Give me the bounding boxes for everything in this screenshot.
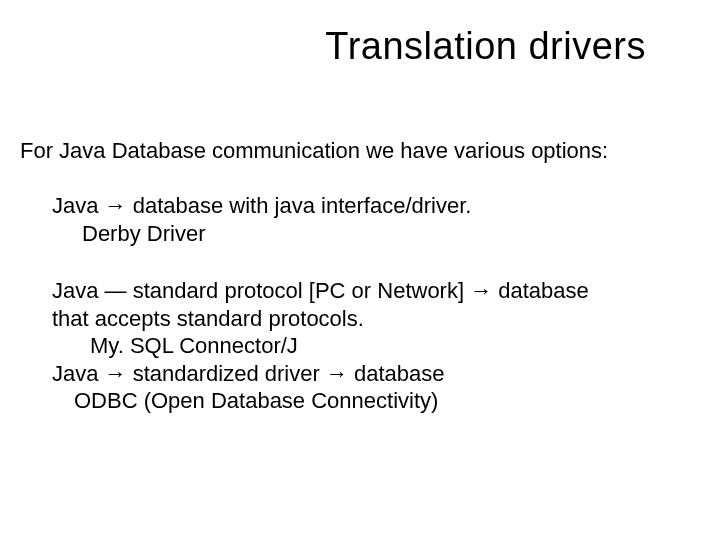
- option-block-1: Java → database with java interface/driv…: [20, 192, 690, 247]
- block2-line4: Java → standardized driver → database: [52, 360, 690, 388]
- intro-text: For Java Database communication we have …: [20, 138, 690, 164]
- block1-line1: Java → database with java interface/driv…: [52, 192, 690, 220]
- block2-line5: ODBC (Open Database Connectivity): [52, 387, 690, 415]
- block1-line2: Derby Driver: [52, 220, 690, 248]
- block2-line2: that accepts standard protocols.: [52, 305, 690, 333]
- option-block-2: Java — standard protocol [PC or Network]…: [20, 277, 690, 415]
- block2-line1: Java — standard protocol [PC or Network]…: [52, 277, 690, 305]
- block2-line3: My. SQL Connector/J: [52, 332, 690, 360]
- slide-title: Translation drivers: [20, 20, 690, 68]
